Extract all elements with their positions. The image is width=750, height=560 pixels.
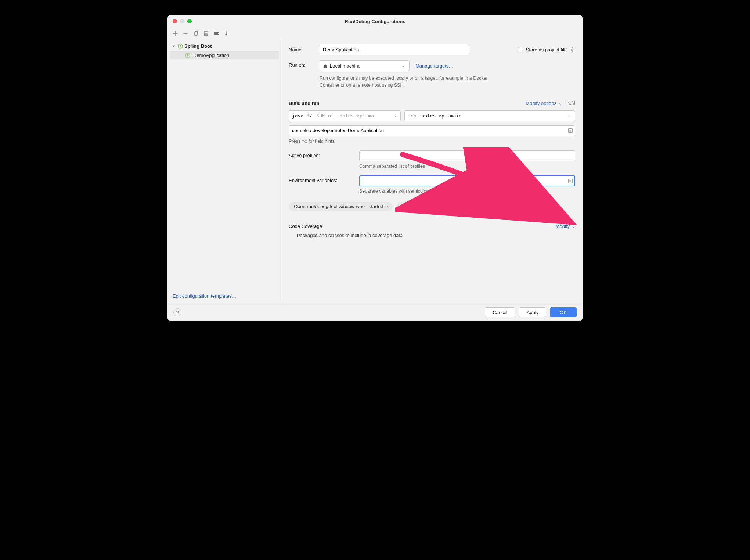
chevron-down-icon: ⌄ [393,113,397,118]
home-icon [323,63,328,68]
manage-targets-link[interactable]: Manage targets… [415,63,453,69]
jdk-select[interactable]: java 17 SDK of 'notes-api.ma ⌄ [289,110,401,121]
close-icon[interactable]: × [518,204,521,209]
spring-boot-icon [178,44,183,49]
close-window-button[interactable] [173,19,177,23]
env-vars-hint: Separate variables with semicolon: VAR=v… [359,189,575,194]
minimize-window-button[interactable] [180,19,184,23]
run-on-value: Local machine [330,63,361,69]
zoom-window-button[interactable] [187,19,192,23]
close-icon[interactable]: × [386,204,389,209]
build-run-header: Build and run Modify options ⌄ ⌥M [289,101,575,106]
active-profiles-input[interactable] [359,150,575,161]
classpath-select[interactable]: -cp notes-api.main ⌄ [404,110,575,121]
form-content: Name: Store as project file Run on: [281,39,583,303]
sidebar-toolbar: az [167,28,583,39]
coverage-title: Code Coverage [289,223,322,229]
chevron-down-icon: ⌄ [572,224,575,229]
remove-icon[interactable] [183,31,188,36]
svg-point-6 [571,49,573,50]
list-icon[interactable] [568,178,573,183]
coverage-modify-link[interactable]: Modify ⌄ [556,223,575,229]
footer-buttons: Cancel Apply OK [485,307,577,317]
tree-node-spring-boot[interactable]: Spring Boot [170,42,279,50]
env-vars-input[interactable] [359,175,575,186]
modify-shortcut: ⌥M [566,101,575,106]
env-vars-row: Environment variables: Separate variable… [289,175,575,194]
chevron-down-icon: ⌄ [568,113,572,118]
traffic-lights [173,19,192,23]
sidebar-footer: Edit configuration templates… [167,289,281,303]
gear-icon[interactable] [570,47,575,52]
main-class-input[interactable] [289,125,575,136]
titlebar: Run/Debug Configurations [167,15,583,28]
tree-node-label: Spring Boot [184,43,212,49]
options-chips: Open run/debug tool window when started … [289,202,575,211]
chevron-down-icon: ⌄ [559,101,562,106]
sidebar: Spring Boot DemoApplication Edit configu… [167,39,281,303]
svg-rect-0 [194,32,197,35]
build-run-title: Build and run [289,101,320,106]
dialog-footer: ? Cancel Apply OK [167,303,583,321]
store-file-group: Store as project file [518,47,575,52]
main-class-row [289,125,575,136]
config-tree: Spring Boot DemoApplication [167,40,281,289]
ok-button[interactable]: OK [550,307,577,317]
chip-open-tool-window[interactable]: Open run/debug tool window when started … [289,202,393,211]
name-label: Name: [289,47,315,52]
active-profiles-label: Active profiles: [289,150,355,158]
store-file-checkbox[interactable] [518,47,523,52]
edit-templates-link[interactable]: Edit configuration templates… [173,293,236,299]
spring-boot-icon [185,53,190,58]
coverage-hint: Packages and classes to include in cover… [289,233,575,238]
help-button[interactable]: ? [173,308,181,316]
dialog-body: Spring Boot DemoApplication Edit configu… [167,39,583,303]
modify-options-link[interactable]: Modify options ⌄ ⌥M [526,101,575,106]
active-profiles-row: Active profiles: Comma separated list of… [289,150,575,169]
run-on-row: Run on: Local machine ⌄ Manag [289,60,575,89]
list-icon[interactable] [568,128,573,133]
dialog-window: Run/Debug Configurations az [167,15,583,321]
tree-node-label: DemoApplication [193,52,229,58]
env-vars-label: Environment variables: [289,175,355,183]
chevron-down-icon: ⌄ [401,63,406,68]
run-on-select[interactable]: Local machine ⌄ [320,60,410,71]
svg-text:z: z [227,33,228,36]
apply-button[interactable]: Apply [519,307,547,317]
coverage-header: Code Coverage Modify ⌄ [289,223,575,229]
run-on-hint: Run configurations may be executed local… [320,75,503,89]
dialog-title: Run/Debug Configurations [167,19,583,24]
save-icon[interactable] [203,31,209,36]
name-input[interactable] [320,44,470,55]
copy-icon[interactable] [193,31,198,36]
sort-icon[interactable]: az [225,31,230,36]
svg-rect-1 [205,34,207,35]
chevron-down-icon [172,44,176,48]
chip-provided-scope[interactable]: Add dependencies with "provided" scope t… [396,202,524,211]
add-icon[interactable] [173,31,178,36]
run-on-label: Run on: [289,60,315,68]
jdk-cp-row: java 17 SDK of 'notes-api.ma ⌄ -cp notes… [289,110,575,121]
tree-node-demo-application[interactable]: DemoApplication [170,51,279,59]
field-hints: Press ⌥ for field hints [289,138,575,144]
store-file-label: Store as project file [526,47,567,52]
active-profiles-hint: Comma separated list of profiles [359,164,575,169]
cancel-button[interactable]: Cancel [485,307,515,317]
folder-icon[interactable] [214,31,220,36]
name-row: Name: Store as project file [289,44,575,55]
